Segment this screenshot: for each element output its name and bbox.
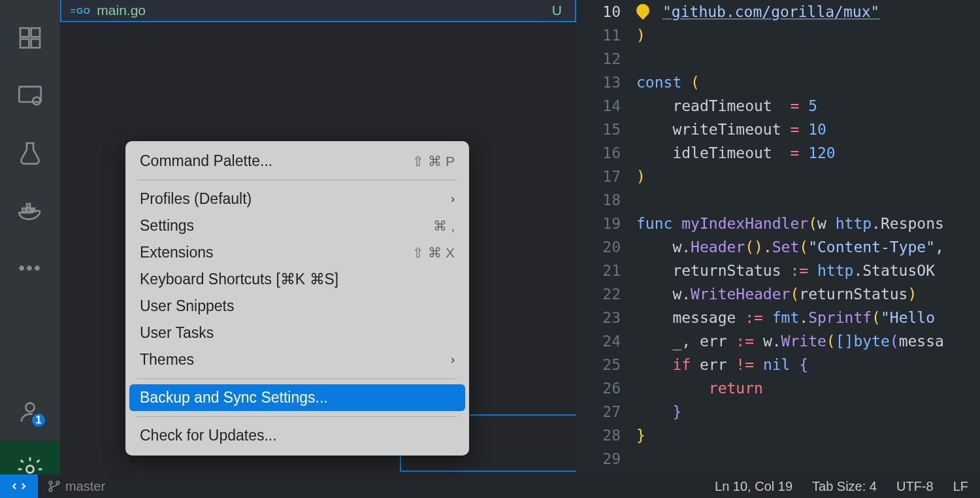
line-number: 26 — [576, 376, 636, 400]
menu-separator — [137, 378, 457, 379]
menu-item-shortcut: ⇧ ⌘ X — [412, 245, 455, 261]
line-number: 13 — [576, 71, 636, 94]
line-number: 23 — [576, 306, 636, 329]
menu-item[interactable]: Check for Updates... — [125, 422, 469, 449]
side-panel: GO main.go U Command Palette...⇧ ⌘ PProf… — [60, 0, 576, 498]
menu-item[interactable]: Settings⌘ , — [125, 212, 469, 239]
git-branch[interactable]: master — [38, 479, 114, 494]
testing-icon[interactable] — [14, 137, 46, 169]
encoding[interactable]: UTF-8 — [896, 479, 934, 494]
line-number-gutter: 1011121314151617181920212223242526272829 — [576, 0, 636, 471]
line-number: 15 — [576, 118, 636, 141]
more-icon[interactable]: ••• — [14, 252, 46, 284]
menu-item[interactable]: Backup and Sync Settings... — [129, 384, 465, 411]
line-number: 20 — [576, 235, 636, 259]
code-content: "github.com/gorilla/mux")const ( readTim… — [636, 0, 980, 471]
line-number: 27 — [576, 400, 636, 423]
code-editor[interactable]: 1011121314151617181920212223242526272829… — [576, 0, 980, 498]
line-number: 22 — [576, 282, 636, 306]
code-line: func myIndexHandler(w http.Respons — [636, 212, 980, 235]
menu-item[interactable]: User Tasks — [125, 320, 469, 346]
remote-explorer-icon[interactable] — [14, 80, 46, 111]
code-line: ) — [636, 24, 980, 47]
svg-rect-9 — [27, 204, 30, 207]
docker-icon[interactable] — [14, 195, 46, 226]
code-line: ) — [636, 165, 980, 188]
status-bar: master Ln 10, Col 19 Tab Size: 4 UTF-8 L… — [0, 474, 980, 498]
line-number: 14 — [576, 94, 636, 118]
branch-name: master — [65, 479, 105, 494]
file-row[interactable]: GO main.go U — [60, 0, 576, 22]
chevron-right-icon: › — [451, 353, 455, 367]
svg-point-5 — [33, 97, 41, 105]
line-number: 16 — [576, 141, 636, 165]
svg-point-14 — [56, 481, 59, 484]
extensions-icon[interactable] — [14, 22, 46, 54]
svg-rect-6 — [22, 208, 25, 212]
tab-size[interactable]: Tab Size: 4 — [812, 479, 877, 494]
svg-rect-1 — [31, 28, 40, 37]
menu-item-label: User Snippets — [140, 297, 234, 315]
menu-item[interactable]: Extensions⇧ ⌘ X — [125, 239, 469, 266]
menu-item-label: Settings — [140, 217, 194, 235]
remote-indicator[interactable] — [0, 474, 38, 498]
code-line: message := fmt.Sprintf("Hello — [636, 306, 980, 329]
code-line: _, err := w.Write([]byte(messa — [636, 329, 980, 353]
go-file-icon: GO — [71, 6, 90, 16]
code-line: readTimeout = 5 — [636, 94, 980, 118]
settings-context-menu: Command Palette...⇧ ⌘ PProfiles (Default… — [125, 141, 469, 456]
code-line: if err != nil { — [636, 353, 980, 376]
code-line: returnStatus := http.StatusOK — [636, 259, 980, 282]
cursor-position[interactable]: Ln 10, Col 19 — [715, 479, 792, 494]
account-badge: 1 — [30, 412, 47, 429]
code-line — [636, 188, 980, 212]
menu-item[interactable]: Profiles (Default)› — [125, 186, 469, 212]
menu-item-label: User Tasks — [140, 324, 214, 342]
code-line: } — [636, 423, 980, 447]
code-line — [636, 47, 980, 71]
menu-item[interactable]: Command Palette...⇧ ⌘ P — [125, 148, 469, 174]
code-line — [636, 447, 980, 471]
menu-item-label: Backup and Sync Settings... — [140, 389, 328, 407]
menu-item-shortcut: ⇧ ⌘ P — [412, 154, 455, 169]
svg-point-10 — [25, 403, 34, 412]
code-line: w.Header().Set("Content-Type", — [636, 235, 980, 259]
menu-item-label: Check for Updates... — [140, 427, 277, 444]
code-line: } — [636, 400, 980, 423]
menu-item[interactable]: Themes› — [125, 346, 469, 373]
line-number: 19 — [576, 212, 636, 235]
menu-item-label: Profiles (Default) — [140, 190, 252, 208]
code-line: w.WriteHeader(returnStatus) — [636, 282, 980, 306]
svg-rect-3 — [31, 39, 40, 48]
code-line: idleTimeout = 120 — [636, 141, 980, 165]
svg-point-13 — [49, 488, 52, 491]
line-number: 12 — [576, 47, 636, 71]
menu-item-label: Keyboard Shortcuts [⌘K ⌘S] — [140, 271, 338, 288]
svg-rect-2 — [20, 39, 29, 48]
line-number: 24 — [576, 329, 636, 353]
code-line: const ( — [636, 71, 980, 94]
line-number: 29 — [576, 447, 636, 471]
account-icon[interactable]: 1 — [14, 396, 46, 427]
git-status: U — [552, 3, 562, 18]
menu-item[interactable]: User Snippets — [125, 293, 469, 320]
eol[interactable]: LF — [953, 479, 968, 494]
line-number: 25 — [576, 353, 636, 376]
svg-point-12 — [49, 481, 52, 484]
menu-separator — [137, 180, 457, 180]
line-number: 17 — [576, 165, 636, 188]
menu-item-label: Themes — [140, 351, 194, 369]
menu-item-shortcut: ⌘ , — [433, 218, 455, 234]
code-line: writeTimeout = 10 — [636, 118, 980, 141]
activity-bar: ••• 1 — [0, 0, 60, 498]
svg-rect-0 — [20, 28, 29, 37]
menu-item[interactable]: Keyboard Shortcuts [⌘K ⌘S] — [125, 266, 469, 293]
menu-item-label: Command Palette... — [140, 152, 272, 170]
line-number: 21 — [576, 259, 636, 282]
chevron-right-icon: › — [451, 192, 455, 206]
line-number: 18 — [576, 188, 636, 212]
svg-rect-4 — [19, 87, 41, 102]
line-number: 11 — [576, 24, 636, 47]
code-line: "github.com/gorilla/mux" — [636, 0, 980, 24]
code-line: return — [636, 376, 980, 400]
